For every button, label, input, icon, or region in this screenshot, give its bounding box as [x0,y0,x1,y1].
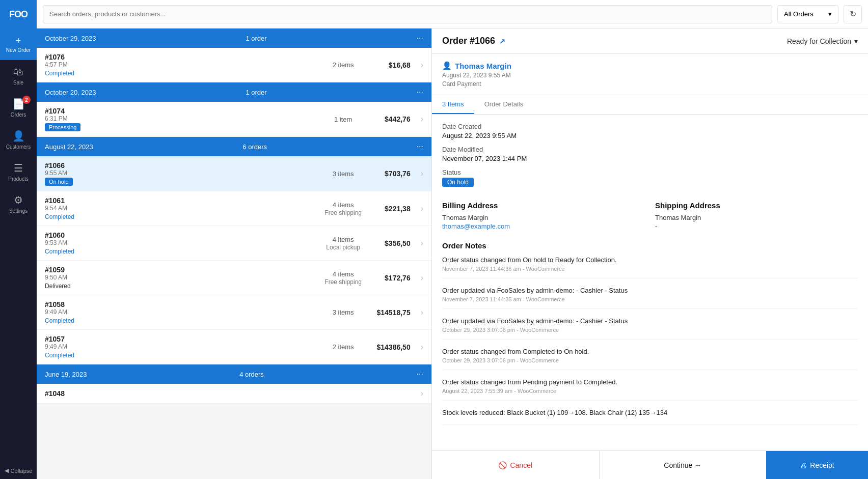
settings-icon: ⚙ [14,194,23,206]
order-number-1057: #1057 [45,335,317,343]
status-badge: On hold [442,178,474,187]
order-title-text: Order #1066 [442,36,495,46]
order-amount-1074: $442,76 [370,115,411,123]
sidebar-item-orders[interactable]: 2 📄 Orders [0,92,37,124]
new-order-button[interactable]: + New Order [0,29,37,60]
chevron-right-icon-1059: › [421,273,423,283]
order-status-1058: Completed [45,317,74,324]
note-4-text: Order status changed from Completed to O… [442,348,858,355]
field-date-modified: Date Modified November 07, 2023 1:44 PM [442,146,645,162]
order-count-oct20: 1 order [246,89,266,96]
receipt-button[interactable]: 🖨 Receipt [766,451,868,479]
order-row-1057[interactable]: #1057 9:49 AM Completed 2 items $14386,5… [37,330,431,364]
more-options-oct29[interactable]: ··· [417,34,423,43]
filter-label: All Orders [784,10,813,18]
detail-tabs: 3 Items Order Details [432,95,868,115]
field-status-label: Status [442,168,645,176]
date-group-aug22: August 22, 2023 6 orders ··· [37,137,431,156]
chevron-right-icon-1058: › [421,308,423,317]
note-1-text: Order status changed from On hold to Rea… [442,256,858,264]
order-time-1066: 9:55 AM [45,170,317,177]
date-label-aug22: August 22, 2023 [45,143,93,151]
note-2-text: Order updated via FooSales by admin-demo… [442,287,858,294]
cancel-button[interactable]: 🚫 Cancel [432,451,600,479]
order-time-1061: 9:54 AM [45,205,317,212]
tab-order-details[interactable]: Order Details [474,95,534,114]
note-3: Order updated via FooSales by admin-demo… [442,317,858,340]
cancel-icon: 🚫 [498,461,507,469]
order-amount-1059: $172,76 [370,274,411,282]
chevron-right-icon: › [421,61,423,70]
order-info-1048: #1048 [45,389,317,398]
order-amount-1061: $221,38 [370,205,411,213]
order-count-aug22: 6 orders [242,143,267,151]
plus-icon: + [16,36,21,46]
orders-list: October 29, 2023 1 order ··· #1076 4:57 … [37,29,431,479]
customer-icon: 👤 [442,61,452,70]
sale-icon: 🛍 [13,66,23,78]
chevron-right-icon-1048: › [421,389,423,398]
order-items-1074: 1 item [323,116,364,123]
order-row-1048[interactable]: #1048 › [37,384,431,404]
content-split: October 29, 2023 1 order ··· #1076 4:57 … [37,29,868,479]
sidebar-item-label-sale: Sale [13,80,23,86]
orders-badge: 2 [22,96,31,104]
order-items-1066: 3 items [323,170,364,178]
sidebar-item-sale[interactable]: 🛍 Sale [0,60,37,92]
order-row-1066[interactable]: #1066 9:55 AM On hold 3 items $703,76 › [37,156,431,191]
cancel-label: Cancel [510,461,532,469]
field-date-modified-value: November 07, 2023 1:44 PM [442,155,645,162]
more-options-aug22[interactable]: ··· [417,142,423,151]
order-number-1058: #1058 [45,300,317,308]
status-dropdown[interactable]: Ready for Collection ▾ [787,37,858,45]
order-info-1058: #1058 9:49 AM Completed [45,300,317,324]
order-time-1076: 4:57 PM [45,61,317,68]
logo[interactable]: FOO [0,0,37,29]
external-link-icon[interactable]: ↗ [499,37,505,45]
continue-label: Continue → [664,461,701,469]
more-options-oct20[interactable]: ··· [417,88,423,97]
sidebar: FOO + New Order 🛍 Sale 2 📄 Orders 👤 Cust… [0,0,37,479]
note-2: Order updated via FooSales by admin-demo… [442,287,858,309]
customer-date: August 22, 2023 9:55 AM [442,72,858,79]
more-options-jun19[interactable]: ··· [417,370,423,379]
status-dropdown-label: Ready for Collection [787,37,851,45]
chevron-right-icon-1060: › [421,239,423,248]
order-row-1058[interactable]: #1058 9:49 AM Completed 3 items $14518,7… [37,295,431,330]
collapse-button[interactable]: ◀ Collapse [0,462,37,479]
order-time-1059: 9:50 AM [45,274,317,281]
order-row-1060[interactable]: #1060 9:53 AM Completed 4 itemsLocal pic… [37,226,431,261]
sidebar-item-settings[interactable]: ⚙ Settings [0,188,37,220]
collapse-label: Collapse [11,468,33,474]
order-row-1061[interactable]: #1061 9:54 AM Completed 4 itemsFree ship… [37,191,431,226]
sidebar-item-label-customers: Customers [6,144,31,150]
order-info-1057: #1057 9:49 AM Completed [45,335,317,359]
billing-address: Billing Address Thomas Margin thomas@exa… [442,201,645,231]
field-date-modified-label: Date Modified [442,146,645,153]
order-number-1076: #1076 [45,53,317,61]
note-6-text: Stock levels reduced: Black Bucket (1) 1… [442,409,858,416]
tab-items[interactable]: 3 Items [432,95,474,114]
printer-icon: 🖨 [800,461,807,469]
note-3-meta: October 29, 2023 3:07:06 pm - WooCommerc… [442,327,858,333]
order-items-1058: 3 items [323,308,364,316]
order-count-jun19: 4 orders [239,371,264,378]
billing-name: Thomas Margin [442,214,645,221]
order-row-1059[interactable]: #1059 9:50 AM Delivered 4 itemsFree ship… [37,261,431,295]
order-row-1074[interactable]: #1074 6:31 PM Processing 1 item $442,76 … [37,102,431,137]
customer-payment: Card Payment [442,80,858,88]
continue-button[interactable]: Continue → [600,451,767,479]
order-row-1076[interactable]: #1076 4:57 PM Completed 2 items $16,68 › [37,48,431,82]
search-input[interactable] [43,5,772,23]
collapse-icon: ◀ [5,467,9,474]
order-number-1061: #1061 [45,196,317,205]
order-info-1074: #1074 6:31 PM Processing [45,107,317,131]
sidebar-item-products[interactable]: ☰ Products [0,156,37,188]
refresh-button[interactable]: ↻ [844,5,862,23]
order-time-1074: 6:31 PM [45,115,317,122]
filter-dropdown[interactable]: All Orders ▾ [777,5,838,23]
order-status-1074: Processing [45,123,80,131]
customer-name-text: Thomas Margin [455,62,511,70]
order-amount-1060: $356,50 [370,239,411,247]
sidebar-item-customers[interactable]: 👤 Customers [0,124,37,156]
